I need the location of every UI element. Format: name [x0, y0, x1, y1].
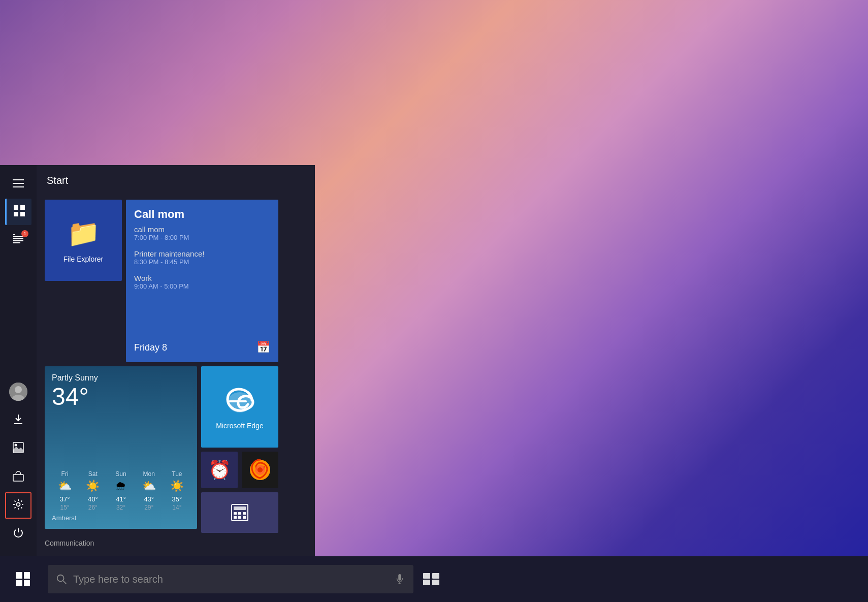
edge-label: Microsoft Edge — [216, 422, 263, 430]
documents-badge: 1 — [21, 230, 28, 237]
search-placeholder-text: Type here to search — [73, 574, 394, 585]
hamburger-menu-button[interactable] — [5, 170, 31, 197]
weather-forecast: Fri ⛅ 37° 15° Sat ☀️ 40° 26° Sun — [52, 470, 190, 511]
microphone-icon — [394, 574, 405, 585]
start-content: Start 📁 File Explorer Call mom call mom … — [37, 165, 315, 556]
tile-weather[interactable]: Partly Sunny 34° Fri ⛅ 37° 15° Sat ☀️ 40… — [45, 366, 197, 529]
forecast-sun: Sun 🌨 41° 32° — [108, 470, 134, 511]
svg-point-23 — [258, 467, 263, 472]
svg-rect-2 — [14, 212, 18, 216]
svg-rect-25 — [234, 506, 246, 510]
right-tiles-col: Microsoft Edge ⏰ — [201, 366, 278, 533]
calendar-footer: Friday 8 📅 — [134, 341, 270, 354]
file-explorer-label: File Explorer — [63, 255, 104, 263]
alarm-icon: ⏰ — [208, 459, 231, 481]
firefox-icon — [249, 459, 271, 481]
calendar-event-2: Printer maintenance! 8:30 PM - 8:45 PM — [134, 249, 270, 266]
search-icon — [56, 574, 67, 585]
svg-point-17 — [17, 502, 20, 506]
svg-rect-26 — [234, 512, 237, 515]
svg-rect-0 — [14, 205, 18, 210]
svg-rect-1 — [20, 205, 25, 210]
svg-rect-28 — [243, 512, 246, 515]
weather-location: Amherst — [52, 514, 190, 522]
svg-rect-27 — [238, 512, 241, 515]
folder-icon: 📁 — [67, 218, 100, 249]
edge-icon — [223, 384, 256, 417]
svg-rect-16 — [13, 474, 23, 481]
windows-icon — [16, 572, 30, 586]
sidebar-item-user[interactable] — [5, 378, 31, 405]
start-sidebar: 1 — [0, 165, 37, 556]
svg-rect-7 — [13, 240, 23, 241]
svg-rect-6 — [13, 238, 23, 239]
forecast-mon: Mon ⛅ 43° 29° — [136, 470, 162, 511]
sidebar-item-documents[interactable]: 1 — [5, 227, 31, 254]
tile-microsoft-edge[interactable]: Microsoft Edge — [201, 366, 278, 448]
svg-point-10 — [15, 386, 22, 393]
store-icon — [13, 470, 24, 484]
forecast-fri: Fri ⛅ 37° 15° — [52, 470, 78, 511]
svg-rect-8 — [13, 242, 20, 243]
tiles-area: 📁 File Explorer Call mom call mom 7:00 P… — [37, 196, 315, 556]
calendar-tile-title: Call mom — [134, 208, 270, 221]
start-title: Start — [47, 175, 68, 186]
weather-temp: 34° — [52, 385, 190, 409]
apps-icon — [14, 205, 25, 219]
svg-rect-38 — [423, 580, 430, 585]
calculator-icon — [231, 503, 249, 522]
svg-rect-29 — [234, 516, 237, 519]
forecast-sat: Sat ☀️ 40° 26° — [80, 470, 106, 511]
svg-line-33 — [63, 581, 66, 584]
user-avatar — [9, 383, 27, 401]
power-icon — [13, 527, 24, 541]
calendar-event-3: Work 9:00 AM - 5:00 PM — [134, 274, 270, 290]
photos-icon — [13, 442, 24, 456]
svg-rect-4 — [13, 234, 15, 235]
taskbar: Type here to search — [0, 556, 868, 602]
tile-alarms[interactable]: ⏰ — [201, 452, 238, 488]
taskbar-search-bar[interactable]: Type here to search — [48, 565, 413, 593]
small-tiles-row: ⏰ — [201, 452, 278, 488]
forecast-tue: Tue ☀️ 35° 14° — [164, 470, 190, 511]
sidebar-item-all-apps[interactable] — [5, 199, 31, 225]
start-menu: 1 — [0, 165, 315, 556]
calendar-event-1: call mom 7:00 PM - 8:00 PM — [134, 225, 270, 241]
svg-rect-39 — [432, 580, 439, 585]
sidebar-item-store[interactable] — [5, 464, 31, 490]
svg-rect-3 — [20, 212, 25, 216]
sidebar-item-photos[interactable] — [5, 435, 31, 462]
calendar-icon: 📅 — [256, 341, 270, 354]
taskview-icon — [423, 573, 439, 585]
svg-point-15 — [15, 443, 17, 446]
tile-calculator[interactable] — [201, 492, 278, 533]
tile-calendar[interactable]: Call mom call mom 7:00 PM - 8:00 PM Prin… — [126, 200, 278, 362]
svg-point-32 — [57, 575, 64, 582]
weather-condition: Partly Sunny — [52, 373, 190, 383]
svg-rect-31 — [243, 516, 246, 519]
tile-file-explorer[interactable]: 📁 File Explorer — [45, 200, 122, 281]
tiles-row-1: 📁 File Explorer Call mom call mom 7:00 P… — [45, 200, 307, 362]
start-title-bar: Start — [37, 165, 315, 196]
tile-firefox[interactable] — [242, 452, 278, 488]
task-view-button[interactable] — [413, 556, 449, 602]
svg-rect-37 — [432, 573, 439, 579]
section-label-communication: Communication — [45, 537, 307, 548]
sidebar-item-settings[interactable] — [5, 492, 31, 519]
settings-icon — [13, 499, 24, 513]
svg-rect-30 — [238, 516, 241, 519]
svg-rect-36 — [423, 573, 430, 579]
sidebar-item-power[interactable] — [5, 521, 31, 547]
calendar-date: Friday 8 — [134, 342, 167, 353]
tiles-row-2: Partly Sunny 34° Fri ⛅ 37° 15° Sat ☀️ 40… — [45, 366, 307, 533]
download-icon — [13, 414, 24, 427]
sidebar-item-downloads[interactable] — [5, 407, 31, 433]
start-button[interactable] — [0, 556, 46, 602]
